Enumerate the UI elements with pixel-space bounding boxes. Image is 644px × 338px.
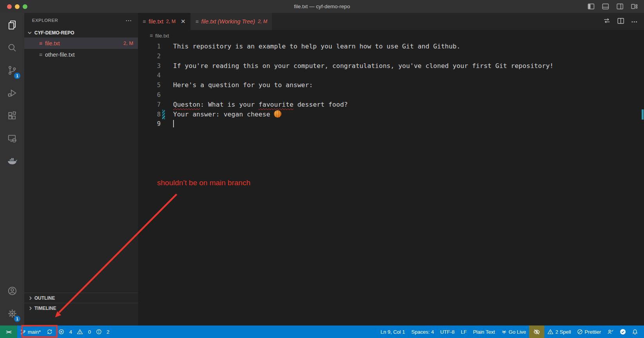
activity-explorer-button[interactable] [0, 14, 24, 37]
extensions-icon [7, 111, 17, 122]
misspelled-word: Queston [173, 101, 200, 108]
feedback-button[interactable] [604, 325, 617, 338]
line-number: 3 [138, 61, 161, 71]
line-text: If you're reading this on your computer,… [173, 61, 554, 71]
file-name: other-file.txt [45, 52, 75, 58]
line-number: 8 [138, 110, 161, 120]
notifications-button[interactable] [629, 325, 641, 338]
line-number: 9 [138, 119, 161, 129]
customize-layout-icon[interactable] [631, 4, 638, 9]
tab-file-txt[interactable]: ≡ file.txt 2, M ✕ [138, 13, 190, 30]
source-control-badge: 1 [14, 73, 20, 79]
timeline-section-header[interactable]: TIMELINE [24, 303, 138, 313]
misspelled-word: favourite [259, 101, 293, 108]
folder-root-label: CYF-DEMO-REPO [34, 30, 74, 36]
chevron-right-icon [27, 295, 34, 301]
eol-button[interactable]: LF [458, 325, 470, 338]
toggle-panel-icon[interactable] [602, 4, 609, 9]
code-line[interactable]: 4 [138, 71, 644, 80]
activity-accounts-button[interactable] [0, 280, 24, 303]
code-line[interactable]: 7Queston: What is your favourite dessert… [138, 100, 644, 110]
gutter [162, 100, 165, 110]
overview-ruler-modified-marker [642, 109, 644, 120]
activity-settings-button[interactable]: 1 [0, 303, 24, 325]
line-text [173, 119, 174, 129]
editor-more-actions-icon[interactable]: ⋯ [631, 18, 638, 25]
code-line[interactable]: 5Here's a question for you to answer: [138, 80, 644, 90]
person-check-icon [607, 329, 614, 334]
status-ok-button[interactable] [617, 325, 629, 338]
sidebar-empty-space [24, 60, 138, 293]
cursor-position-button[interactable]: Ln 9, Col 1 [377, 325, 408, 338]
text-file-icon: ≡ [195, 19, 199, 24]
gutter [162, 119, 165, 129]
broadcast-icon [501, 329, 507, 334]
info-icon [96, 329, 102, 334]
problems-button[interactable]: 4 0 2 [55, 325, 113, 338]
activity-remote-explorer-button[interactable] [0, 128, 24, 150]
chevron-right-icon [27, 305, 34, 311]
file-name: file.txt [45, 40, 60, 46]
gutter [162, 42, 165, 52]
status-bar: >< main* 4 0 2 Ln 9, Col 1 Spaces: 4 UTF… [0, 325, 644, 338]
screen-reader-off-button[interactable] [529, 325, 544, 338]
code-line[interactable]: 8Your answer: vegan cheese [138, 110, 644, 120]
text-file-icon: ≡ [39, 52, 42, 57]
files-icon [7, 20, 17, 32]
check-circle-icon [620, 329, 626, 335]
code-line[interactable]: 9 [138, 119, 644, 129]
activity-search-button[interactable] [0, 37, 24, 60]
explorer-sidebar: EXPLORER ⋯ CYF-DEMO-REPO ≡ file.txt 2, M… [24, 13, 138, 325]
open-changes-icon[interactable] [603, 18, 610, 25]
activity-source-control-button[interactable]: 1 [0, 60, 24, 82]
encoding-button[interactable]: UTF-8 [437, 325, 458, 338]
account-icon [7, 286, 18, 298]
line-text: Your answer: vegan cheese [173, 110, 281, 120]
line-number: 7 [138, 100, 161, 110]
language-mode-button[interactable]: Plain Text [470, 325, 498, 338]
go-live-button[interactable]: Go Live [498, 325, 530, 338]
sync-icon [47, 329, 52, 334]
file-row-file-txt[interactable]: ≡ file.txt 2, M [24, 38, 138, 49]
remote-explorer-icon [7, 133, 17, 145]
text-file-icon: ≡ [39, 41, 42, 46]
spell-checker-button[interactable]: 2 Spell [544, 325, 574, 338]
folder-root-row[interactable]: CYF-DEMO-REPO [24, 28, 138, 38]
breadcrumb-file: file.txt [155, 33, 169, 39]
indentation-button[interactable]: Spaces: 4 [408, 325, 437, 338]
activity-docker-button[interactable] [0, 150, 24, 173]
search-icon [7, 43, 17, 54]
split-editor-icon[interactable] [617, 18, 624, 25]
toggle-secondary-sidebar-icon[interactable] [617, 4, 623, 9]
error-icon [59, 329, 64, 334]
activity-extensions-button[interactable] [0, 105, 24, 128]
code-line[interactable]: 1This repository is an example to help y… [138, 42, 644, 52]
code-line[interactable]: 2 [138, 52, 644, 61]
code-line[interactable]: 6 [138, 90, 644, 100]
gutter [162, 61, 165, 71]
explorer-more-actions-icon[interactable]: ⋯ [125, 17, 132, 24]
tab-bar: ≡ file.txt 2, M ✕ ≡ file.txt (Working Tr… [138, 13, 644, 30]
code-line[interactable]: 3If you're reading this on your computer… [138, 61, 644, 71]
file-row-other-file-txt[interactable]: ≡ other-file.txt [24, 49, 138, 60]
settings-badge: 1 [14, 316, 20, 322]
file-problems-badge: 2, M [123, 40, 133, 46]
remote-indicator-button[interactable]: >< [0, 325, 17, 338]
activity-run-debug-button[interactable] [0, 82, 24, 105]
window-title: file.txt — cyf-demo-repo [0, 4, 644, 9]
error-count: 4 [69, 329, 72, 335]
docker-icon [7, 156, 18, 168]
toggle-primary-sidebar-icon[interactable] [588, 4, 594, 9]
line-text: This repository is an example to help yo… [173, 42, 460, 52]
gutter [162, 90, 165, 100]
tab-file-txt-working-tree[interactable]: ≡ file.txt (Working Tree) 2, M [191, 13, 272, 30]
warning-icon [77, 329, 83, 334]
sync-changes-button[interactable] [44, 325, 55, 338]
gutter [162, 80, 165, 90]
outline-section-header[interactable]: OUTLINE [24, 293, 138, 303]
git-branch-button[interactable]: main* [17, 325, 44, 338]
text-file-icon: ≡ [143, 19, 146, 24]
breadcrumb[interactable]: ≡ file.txt [138, 30, 644, 41]
prettier-button[interactable]: Prettier [574, 325, 604, 338]
close-tab-icon[interactable]: ✕ [181, 18, 186, 25]
